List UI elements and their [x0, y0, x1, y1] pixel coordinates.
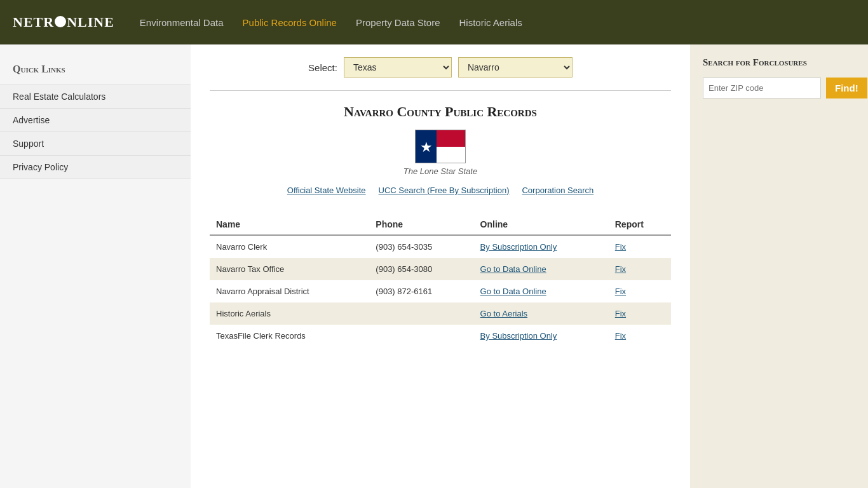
header: NETR NLINE Environmental Data Public Rec…: [0, 0, 868, 44]
nav-public-records[interactable]: Public Records Online: [243, 17, 337, 28]
logo-text: NETR: [13, 14, 54, 30]
table-row: Navarro Appraisal District(903) 872-6161…: [210, 280, 671, 302]
cell-online: By Subscription Only: [474, 325, 609, 347]
cell-name: Navarro Clerk: [210, 235, 369, 258]
logo-text2: NLINE: [67, 14, 114, 30]
links-row: Official State Website UCC Search (Free …: [210, 186, 671, 195]
sidebar-item-advertise[interactable]: Advertise: [0, 108, 191, 132]
cell-phone: [369, 302, 473, 325]
main-layout: Quick Links Real Estate Calculators Adve…: [0, 44, 868, 488]
cell-report: Fix: [609, 325, 671, 347]
flag-stripes: [437, 130, 465, 163]
flag-red-stripe: [437, 130, 465, 147]
find-button[interactable]: Find!: [826, 78, 867, 98]
texas-flag: ★: [415, 130, 466, 163]
cell-phone: (903) 654-3035: [369, 235, 473, 258]
cell-phone: (903) 872-6161: [369, 280, 473, 302]
flag-blue-section: ★: [416, 130, 437, 163]
nav-historic-aerials[interactable]: Historic Aerials: [459, 17, 522, 28]
col-report: Report: [609, 214, 671, 235]
divider: [210, 90, 671, 91]
foreclosure-title: Search for Forclosures: [703, 57, 855, 68]
online-link[interactable]: Go to Data Online: [480, 287, 546, 296]
sidebar-item-privacy[interactable]: Privacy Policy: [0, 155, 191, 179]
online-link[interactable]: Go to Data Online: [480, 264, 546, 274]
cell-name: Navarro Tax Office: [210, 258, 369, 280]
table-row: Historic AerialsGo to AerialsFix: [210, 302, 671, 325]
select-label: Select:: [308, 62, 337, 73]
report-link[interactable]: Fix: [615, 242, 626, 252]
main-nav: Environmental Data Public Records Online…: [140, 17, 522, 28]
col-name: Name: [210, 214, 369, 235]
cell-phone: [369, 325, 473, 347]
star-icon: ★: [420, 139, 433, 156]
cell-online: Go to Aerials: [474, 302, 609, 325]
sidebar: Quick Links Real Estate Calculators Adve…: [0, 44, 191, 488]
table-row: Navarro Tax Office(903) 654-3080Go to Da…: [210, 258, 671, 280]
nav-property-data[interactable]: Property Data Store: [356, 17, 440, 28]
county-title: Navarro County Public Records: [210, 104, 671, 120]
cell-report: Fix: [609, 258, 671, 280]
online-link[interactable]: By Subscription Only: [480, 331, 557, 341]
cell-name: Historic Aerials: [210, 302, 369, 325]
zip-input[interactable]: [703, 78, 821, 98]
report-link[interactable]: Fix: [615, 264, 626, 274]
online-link[interactable]: Go to Aerials: [480, 309, 527, 318]
logo[interactable]: NETR NLINE: [13, 14, 114, 30]
state-select[interactable]: Texas: [344, 57, 452, 78]
official-state-website-link[interactable]: Official State Website: [287, 186, 366, 195]
table-header-row: Name Phone Online Report: [210, 214, 671, 235]
table-row: TexasFile Clerk RecordsBy Subscription O…: [210, 325, 671, 347]
report-link[interactable]: Fix: [615, 309, 626, 318]
right-panel: Search for Forclosures Find!: [690, 44, 868, 488]
sidebar-item-real-estate[interactable]: Real Estate Calculators: [0, 85, 191, 108]
table-row: Navarro Clerk(903) 654-3035By Subscripti…: [210, 235, 671, 258]
flag-container: ★: [210, 130, 671, 163]
content: Select: Texas Navarro Navarro County Pub…: [191, 44, 690, 488]
corporation-search-link[interactable]: Corporation Search: [522, 186, 593, 195]
cell-name: TexasFile Clerk Records: [210, 325, 369, 347]
sidebar-title: Quick Links: [0, 57, 191, 85]
county-select[interactable]: Navarro: [458, 57, 573, 78]
cell-phone: (903) 654-3080: [369, 258, 473, 280]
sidebar-item-support[interactable]: Support: [0, 132, 191, 155]
report-link[interactable]: Fix: [615, 331, 626, 341]
nav-environmental[interactable]: Environmental Data: [140, 17, 224, 28]
cell-online: Go to Data Online: [474, 280, 609, 302]
cell-online: Go to Data Online: [474, 258, 609, 280]
cell-online: By Subscription Only: [474, 235, 609, 258]
cell-report: Fix: [609, 280, 671, 302]
col-phone: Phone: [369, 214, 473, 235]
report-link[interactable]: Fix: [615, 287, 626, 296]
ucc-search-link[interactable]: UCC Search (Free By Subscription): [379, 186, 510, 195]
cell-report: Fix: [609, 302, 671, 325]
col-online: Online: [474, 214, 609, 235]
foreclosure-form: Find!: [703, 78, 855, 98]
state-subtitle: The Lone Star State: [210, 166, 671, 176]
records-table: Name Phone Online Report Navarro Clerk(9…: [210, 214, 671, 347]
online-link[interactable]: By Subscription Only: [480, 242, 557, 252]
cell-report: Fix: [609, 235, 671, 258]
select-row: Select: Texas Navarro: [210, 57, 671, 78]
flag-white-stripe: [437, 147, 465, 163]
cell-name: Navarro Appraisal District: [210, 280, 369, 302]
globe-icon: [55, 16, 66, 27]
